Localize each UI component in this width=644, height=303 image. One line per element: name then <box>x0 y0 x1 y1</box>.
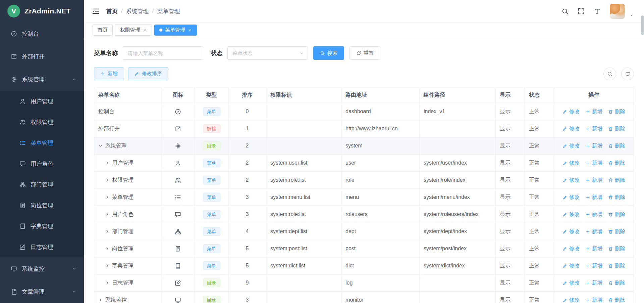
edit-button[interactable]: 修改 <box>562 142 580 149</box>
edit-button[interactable]: 修改 <box>562 125 580 132</box>
expand-arrow-icon[interactable] <box>105 229 110 234</box>
sidebar-toggle-icon[interactable] <box>92 7 100 15</box>
close-icon[interactable] <box>188 28 192 32</box>
content: 菜单名称 状态 菜单状态 搜索 重置 新增 <box>84 38 644 303</box>
edit-button[interactable]: 修改 <box>562 177 580 184</box>
edit-button[interactable]: 修改 <box>562 160 580 167</box>
menu-name-input[interactable] <box>123 46 203 60</box>
search-icon <box>607 71 612 77</box>
status-select[interactable]: 菜单状态 <box>227 46 308 60</box>
table-row: 系统监控目录3monitor显示正常修改新增删除 <box>94 292 634 303</box>
add-child-button[interactable]: 新增 <box>585 125 602 132</box>
tab-menu[interactable]: 菜单管理 <box>154 25 197 36</box>
sidebar-item-log[interactable]: 日志管理 <box>0 236 84 257</box>
delete-button[interactable]: 删除 <box>608 211 625 218</box>
expand-arrow-icon[interactable] <box>105 161 110 165</box>
plus-icon <box>100 71 105 76</box>
add-child-button[interactable]: 新增 <box>585 279 602 287</box>
sort-cell: 3 <box>228 292 266 303</box>
sidebar-item-dict[interactable]: 字典管理 <box>0 216 84 236</box>
sidebar-item-menu[interactable]: 菜单管理 <box>0 132 84 153</box>
delete-button[interactable]: 删除 <box>608 142 625 149</box>
sidebar-item-dashboard[interactable]: 控制台 <box>0 22 84 45</box>
sidebar-item-monitor[interactable]: 系统监控 <box>0 257 84 280</box>
header-search-icon[interactable] <box>561 8 569 15</box>
collapse-arrow-icon[interactable] <box>98 143 103 148</box>
expand-arrow-icon[interactable] <box>98 298 103 302</box>
edit-button[interactable]: 修改 <box>562 245 580 252</box>
menu-name: 用户角色 <box>112 211 133 218</box>
refresh-table-button[interactable] <box>621 68 634 80</box>
sidebar-item-system[interactable]: 系统管理 <box>0 68 84 91</box>
add-child-button[interactable]: 新增 <box>585 108 602 115</box>
user-menu-caret-icon[interactable] <box>629 13 634 18</box>
sidebar-item-role[interactable]: 权限管理 <box>0 112 84 132</box>
sidebar-item-external[interactable]: 外部打开 <box>0 45 84 68</box>
menu-name: 外部打开 <box>98 125 120 132</box>
sidebar-item-dept[interactable]: 部门管理 <box>0 174 84 195</box>
delete-button[interactable]: 删除 <box>608 297 625 303</box>
add-child-button[interactable]: 新增 <box>585 194 602 201</box>
tab-role[interactable]: 权限管理 <box>115 25 152 36</box>
edit-sort-button[interactable]: 修改排序 <box>128 67 168 80</box>
sidebar-item-label: 日志管理 <box>31 243 53 251</box>
expand-arrow-icon[interactable] <box>105 212 110 217</box>
type-cell: 菜单 <box>195 172 228 189</box>
edit-button[interactable]: 修改 <box>562 228 580 235</box>
edit-button[interactable]: 修改 <box>562 262 580 269</box>
add-child-button[interactable]: 新增 <box>585 177 602 184</box>
avatar[interactable] <box>610 4 625 19</box>
app-root: V ZrAdmin.NET 控制台外部打开系统管理用户管理权限管理菜单管理用户角… <box>0 0 644 303</box>
status-cell: 正常 <box>525 274 554 292</box>
edit-button[interactable]: 修改 <box>562 108 580 115</box>
toggle-search-button[interactable] <box>603 68 616 80</box>
table-row: 控制台菜单0dashboardindex_v1显示正常修改新增删除 <box>94 103 634 120</box>
delete-button[interactable]: 删除 <box>608 245 625 252</box>
expand-arrow-icon[interactable] <box>105 263 110 268</box>
delete-button[interactable]: 删除 <box>608 160 625 167</box>
delete-button[interactable]: 删除 <box>608 228 625 235</box>
add-child-button[interactable]: 新增 <box>585 211 602 218</box>
add-button[interactable]: 新增 <box>94 67 124 80</box>
add-child-button[interactable]: 新增 <box>585 297 602 303</box>
add-child-button[interactable]: 新增 <box>585 228 602 235</box>
expand-arrow-icon[interactable] <box>105 195 110 200</box>
expand-arrow-icon[interactable] <box>105 280 110 285</box>
expand-arrow-icon[interactable] <box>105 246 110 251</box>
sidebar-item-user[interactable]: 用户管理 <box>0 91 84 112</box>
sidebar-item-roleusers[interactable]: 用户角色 <box>0 153 84 174</box>
close-icon[interactable] <box>143 28 147 32</box>
reset-button[interactable]: 重置 <box>350 46 380 60</box>
dashboard-icon <box>175 109 181 115</box>
fullscreen-icon[interactable] <box>578 8 585 15</box>
breadcrumb-home[interactable]: 首页 <box>106 7 118 15</box>
sidebar-group-system: 系统管理用户管理权限管理菜单管理用户角色部门管理岗位管理字典管理日志管理 <box>0 68 84 257</box>
delete-button[interactable]: 删除 <box>608 125 625 132</box>
edit-button[interactable]: 修改 <box>562 279 580 287</box>
add-child-button[interactable]: 新增 <box>585 160 602 167</box>
breadcrumb-system[interactable]: 系统管理 <box>126 7 149 15</box>
delete-button[interactable]: 删除 <box>608 279 625 287</box>
scrollbar-thumb[interactable] <box>641 15 644 35</box>
font-size-icon[interactable] <box>594 8 601 15</box>
add-child-button[interactable]: 新增 <box>585 142 602 149</box>
tab-label: 权限管理 <box>120 27 140 33</box>
name-cell: 用户角色 <box>94 206 161 223</box>
edit-button[interactable]: 修改 <box>562 194 580 201</box>
add-child-button[interactable]: 新增 <box>585 245 602 252</box>
delete-button[interactable]: 删除 <box>608 194 625 201</box>
sidebar-item-post[interactable]: 岗位管理 <box>0 195 84 216</box>
add-child-button[interactable]: 新增 <box>585 262 602 269</box>
edit-button[interactable]: 修改 <box>562 297 580 303</box>
edit-button[interactable]: 修改 <box>562 211 580 218</box>
delete-button[interactable]: 删除 <box>608 108 625 115</box>
expand-arrow-icon[interactable] <box>105 178 110 182</box>
trash-icon <box>608 195 613 200</box>
delete-button[interactable]: 删除 <box>608 177 625 184</box>
tab-home[interactable]: 首页 <box>93 25 113 36</box>
perm-cell: system:post:list <box>266 240 341 257</box>
ops-cell: 修改新增删除 <box>554 292 634 303</box>
sidebar-item-article[interactable]: 文章管理 <box>0 280 84 303</box>
search-button[interactable]: 搜索 <box>313 46 344 60</box>
delete-button[interactable]: 删除 <box>608 262 625 269</box>
